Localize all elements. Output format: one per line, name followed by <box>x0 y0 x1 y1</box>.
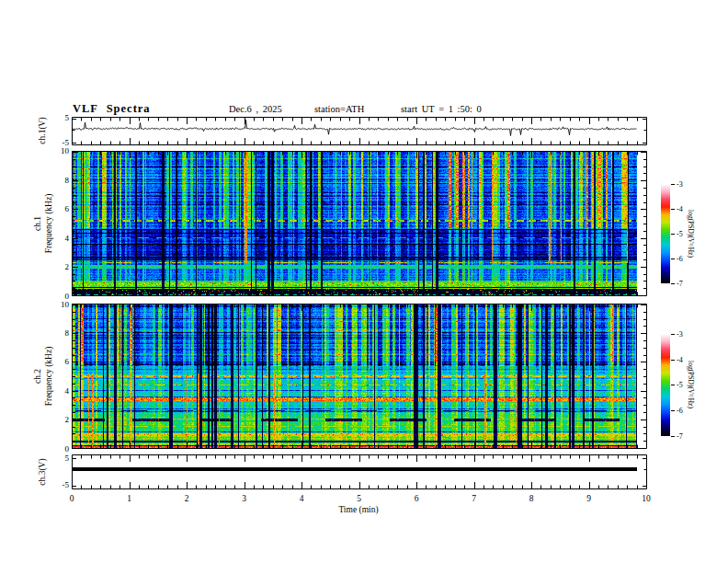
xtick-label: 0 <box>70 494 74 503</box>
station-label: station=ATH <box>314 104 364 114</box>
colorbar-tick <box>671 184 675 185</box>
colorbar-tick-label: -7 <box>677 432 683 441</box>
colorbar-tick <box>671 360 675 361</box>
ytick-label: 0 <box>65 444 70 454</box>
colorbar-tick-label: -5 <box>677 381 683 389</box>
page-title: VLF Spectra <box>73 102 151 116</box>
colorbar-tick-label: -6 <box>677 407 683 415</box>
ytick-label: 4 <box>65 386 70 396</box>
colorbar-tick-label: -3 <box>677 180 683 189</box>
ch1-wave-ylabel: ch.1(V) <box>38 117 47 144</box>
x-axis-title: Time (min) <box>338 505 378 514</box>
xtick-label: 10 <box>642 494 651 503</box>
ch1-spec-ylabel-channel: ch.1 <box>33 216 42 231</box>
colorbar-tick-label: -4 <box>677 205 683 213</box>
colorbar-tick-label: -4 <box>677 356 683 364</box>
ytick-label: 10 <box>61 300 69 309</box>
xtick-label: 1 <box>127 494 131 503</box>
ytick-label: 8 <box>65 328 70 338</box>
colorbar-tick <box>671 334 675 335</box>
vlf-spectra-screenshot: VLF Spectra Dec.6 , 2025 station=ATH sta… <box>0 0 728 563</box>
colorbar-tick-label: -7 <box>677 280 683 288</box>
xtick-label: 6 <box>415 494 419 503</box>
ytick-label: -5 <box>63 480 70 489</box>
ch3-wave-ylabel: ch.3(V) <box>38 458 47 485</box>
xtick-label: 7 <box>472 494 476 503</box>
xtick-label: 3 <box>242 494 246 503</box>
ytick-label: 10 <box>61 146 69 155</box>
colorbar-tick-label: -5 <box>677 230 683 238</box>
ytick-label: 5 <box>65 113 70 122</box>
colorbar-tick <box>671 410 675 411</box>
ytick-label: 2 <box>65 262 70 271</box>
ch3-waveform-plot <box>72 454 647 489</box>
ch1-waveform-plot <box>72 117 647 145</box>
colorbar-tick <box>671 209 675 210</box>
ytick-label: 8 <box>65 176 70 185</box>
ytick-label: 4 <box>65 234 70 243</box>
ytick-label: 6 <box>65 204 70 213</box>
colorbar-ch1 <box>661 184 670 283</box>
colorbar-ch2 <box>661 334 670 436</box>
colorbar-axis-label: log(PSD)(V²/Hz) <box>687 210 695 258</box>
colorbar-tick <box>671 385 675 385</box>
xtick-label: 2 <box>185 494 189 503</box>
ch1-spectrogram-plot <box>72 151 647 296</box>
ytick-label: 2 <box>65 415 70 424</box>
xtick-label: 8 <box>529 494 534 503</box>
colorbar-tick <box>671 436 675 437</box>
ch2-spec-ylabel-frequency: Frequency (kHz) <box>44 347 53 407</box>
xtick-label: 4 <box>300 494 304 503</box>
colorbar-tick <box>671 259 675 259</box>
ytick-label: 5 <box>65 454 70 463</box>
ch2-spec-ylabel-channel: ch.2 <box>33 369 42 384</box>
xtick-label: 5 <box>357 494 361 503</box>
xtick-label: 9 <box>586 494 591 503</box>
ch1-spec-ylabel-frequency: Frequency (kHz) <box>44 194 53 254</box>
ch2-spectrogram-plot <box>72 304 647 449</box>
colorbar-tick <box>671 234 675 235</box>
colorbar-tick-label: -3 <box>677 330 683 339</box>
date-label: Dec.6 , 2025 <box>229 104 282 114</box>
colorbar-axis-label: log(PSD)(V²/Hz) <box>687 361 695 408</box>
colorbar-tick-label: -6 <box>677 255 683 263</box>
colorbar-tick <box>671 283 675 284</box>
start-ut-label: start UT = 1 :50: 0 <box>401 104 482 114</box>
ytick-label: 6 <box>65 357 70 366</box>
